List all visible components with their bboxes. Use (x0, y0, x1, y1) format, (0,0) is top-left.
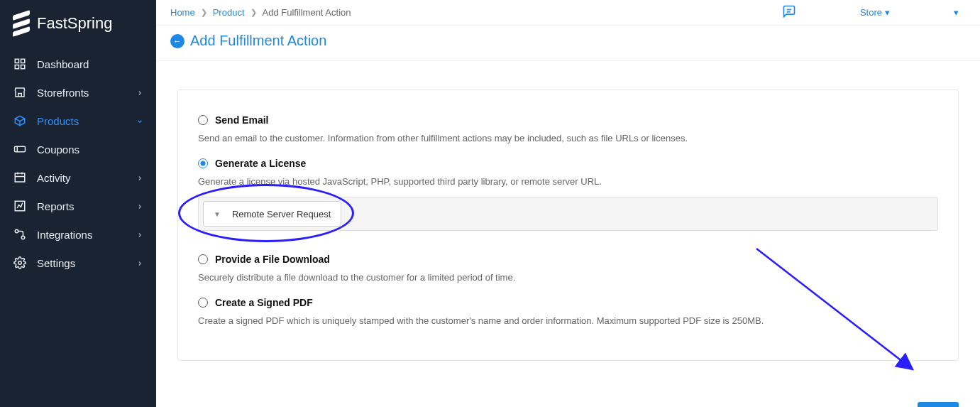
radio-row-file-download[interactable]: Provide a File Download (198, 249, 938, 265)
sidebar-item-label: Storefronts (37, 87, 136, 99)
radio-row-send-email[interactable]: Send Email (198, 110, 938, 126)
chevron-right-icon (136, 257, 143, 269)
sidebar-item-label: Reports (37, 200, 136, 212)
svg-rect-5 (15, 173, 25, 182)
radio-row-generate-license[interactable]: Generate a License (198, 153, 938, 169)
sidebar-item-label: Products (37, 115, 136, 127)
sidebar-item-coupons[interactable]: Coupons (0, 135, 156, 163)
brand-logo[interactable]: FastSpring (0, 13, 156, 50)
topbar: Home ❯ Product ❯ Add Fulfillment Action … (156, 0, 980, 26)
option-description: Send an email to the customer. Informati… (198, 133, 938, 143)
svg-rect-3 (21, 65, 25, 69)
sidebar-item-dashboard[interactable]: Dashboard (0, 50, 156, 78)
gear-icon (13, 256, 27, 270)
brand-name: FastSpring (37, 14, 112, 33)
svg-point-9 (18, 261, 22, 265)
chevron-right-icon (136, 229, 143, 241)
chevron-right-icon: ❯ (201, 8, 207, 17)
footer: Next (156, 389, 980, 407)
radio-signed-pdf[interactable] (198, 298, 208, 308)
chevron-right-icon (136, 87, 143, 99)
activity-icon (13, 170, 27, 185)
store-dropdown-label: Store (860, 7, 882, 18)
option-description: Securely distribute a file download to t… (198, 272, 938, 283)
sidebar-item-storefronts[interactable]: Storefronts (0, 78, 156, 107)
svg-point-7 (15, 229, 18, 233)
svg-point-8 (21, 236, 25, 239)
brand-logo-icon (13, 13, 30, 34)
arrow-left-icon: ← (173, 36, 182, 46)
sidebar-item-label: Dashboard (37, 58, 143, 70)
store-dropdown[interactable]: Store ▾ (860, 7, 890, 18)
dashboard-icon (13, 57, 27, 71)
caret-down-icon: ▾ (954, 7, 959, 18)
breadcrumb-current: Add Fulfillment Action (263, 7, 351, 18)
radio-row-signed-pdf[interactable]: Create a Signed PDF (198, 293, 938, 308)
license-type-select-wrapper: ▼ Remote Server Request (198, 197, 938, 231)
option-description: Generate a license via hosted JavaScript… (198, 176, 938, 187)
caret-down-icon: ▾ (885, 7, 890, 18)
storefronts-icon (13, 85, 27, 99)
sidebar: FastSpring Dashboard Storefronts Product… (0, 0, 156, 407)
option-title: Create a Signed PDF (215, 297, 313, 308)
option-file-download: Provide a File Download Securely distrib… (198, 249, 938, 283)
license-type-selected-value: Remote Server Request (232, 209, 331, 219)
breadcrumb: Home ❯ Product ❯ Add Fulfillment Action (170, 7, 351, 18)
page-title: Add Fulfillment Action (190, 33, 326, 49)
option-send-email: Send Email Send an email to the customer… (198, 110, 938, 143)
breadcrumb-home[interactable]: Home (170, 7, 195, 18)
sidebar-nav: Dashboard Storefronts Products Coupon (0, 50, 156, 277)
chevron-right-icon: ❯ (250, 8, 257, 17)
radio-file-download[interactable] (198, 254, 208, 264)
user-dropdown[interactable]: ▾ (954, 7, 959, 18)
option-generate-license: Generate a License Generate a license vi… (198, 153, 938, 231)
back-button[interactable]: ← (170, 34, 185, 48)
chevron-down-icon (136, 115, 143, 127)
option-title: Generate a License (215, 158, 306, 169)
sidebar-item-activity[interactable]: Activity (0, 163, 156, 192)
option-title: Send Email (215, 114, 268, 126)
option-signed-pdf: Create a Signed PDF Create a signed PDF … (198, 293, 938, 326)
sidebar-item-products[interactable]: Products (0, 107, 156, 135)
sidebar-item-label: Activity (37, 172, 136, 184)
content: Send Email Send an email to the customer… (156, 61, 980, 389)
coupons-icon (13, 142, 27, 156)
next-button[interactable]: Next (918, 402, 959, 407)
sidebar-item-reports[interactable]: Reports (0, 192, 156, 220)
svg-rect-1 (21, 59, 25, 63)
sidebar-item-settings[interactable]: Settings (0, 249, 156, 277)
sidebar-item-label: Integrations (37, 229, 136, 241)
sidebar-item-label: Coupons (37, 143, 143, 156)
main: Home ❯ Product ❯ Add Fulfillment Action … (156, 0, 980, 407)
page-header: ← Add Fulfillment Action (156, 26, 980, 61)
caret-down-icon: ▼ (214, 210, 221, 218)
reports-icon (13, 199, 27, 213)
svg-rect-2 (15, 65, 18, 69)
fulfillment-options-card: Send Email Send an email to the customer… (177, 89, 959, 361)
sidebar-item-label: Settings (37, 257, 136, 269)
chat-icon[interactable] (782, 4, 796, 21)
option-description: Create a signed PDF which is uniquely st… (198, 315, 938, 326)
radio-generate-license[interactable] (198, 158, 208, 168)
integrations-icon (13, 227, 27, 242)
chevron-right-icon (136, 200, 143, 212)
products-icon (13, 114, 27, 128)
svg-rect-0 (15, 59, 18, 63)
breadcrumb-product[interactable]: Product (213, 7, 245, 18)
license-type-select[interactable]: ▼ Remote Server Request (203, 201, 341, 227)
radio-send-email[interactable] (198, 115, 208, 125)
sidebar-item-integrations[interactable]: Integrations (0, 220, 156, 249)
chevron-right-icon (136, 172, 143, 184)
svg-rect-4 (15, 146, 26, 152)
option-title: Provide a File Download (215, 254, 330, 265)
